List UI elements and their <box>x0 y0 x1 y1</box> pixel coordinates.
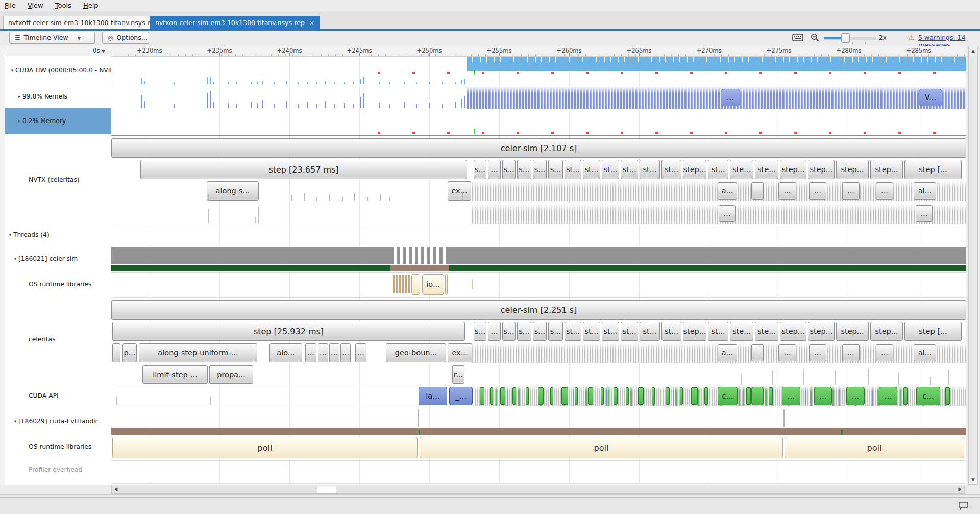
nvtx-celeritas-range-celer-sim[interactable]: celer-sim [2.251 s] <box>111 300 966 320</box>
menu-tools[interactable]: Tools <box>51 0 76 10</box>
feedback-bubble-icon[interactable] <box>958 501 969 512</box>
nvtx-celeritas-range-along[interactable]: ... <box>876 344 893 361</box>
sidebar-row-threads-4[interactable]: ▾Threads (4) <box>5 229 111 240</box>
cuda-api-green-call[interactable] <box>588 387 593 405</box>
nvtx-hw-range-along[interactable]: ex... <box>448 181 471 201</box>
nvtx-celeritas-range-step-small[interactable]: s... <box>533 322 547 341</box>
menu-file[interactable]: File <box>0 0 20 10</box>
nvtx-celeritas-range-step-small[interactable]: s... <box>502 322 516 341</box>
nvtx-hw-range-step[interactable]: step [23.657 ms] <box>140 160 467 179</box>
nvtx-celeritas-range-step-small[interactable]: st... <box>602 322 619 341</box>
nvtx-celeritas-range-step-small[interactable]: ste... <box>730 322 753 341</box>
cuda-api-green-call[interactable] <box>575 387 578 405</box>
nvtx-hw-range-step-small[interactable]: ste... <box>755 160 778 179</box>
os-runtime-range-box[interactable]: io... <box>422 274 444 295</box>
tab-nvtxoff-report[interactable]: nvtxoff-celer-sim-em3-10k1300-titanv.nsy… <box>3 16 173 29</box>
zoom-out-icon[interactable] <box>811 33 819 44</box>
nvtx-hw-range-step-small[interactable]: s... <box>533 160 547 179</box>
cuda-api-green-call[interactable] <box>626 387 629 405</box>
nvtx-hw-range-step-small[interactable]: step... <box>808 160 835 179</box>
nvtx-celeritas-range-step-small[interactable]: step... <box>683 322 706 341</box>
tree-arrow-icon[interactable]: ▸ <box>16 94 22 99</box>
cuda-api-green-call[interactable] <box>538 387 544 405</box>
sidebar-row-186021-celer-sim[interactable]: ▾[186021] celer-sim <box>5 253 111 264</box>
kernel-range-box[interactable]: V... <box>919 89 942 106</box>
nvtx-celeritas-range-along[interactable]: al... <box>914 344 936 361</box>
poll-range-box[interactable]: poll <box>112 437 418 458</box>
nvtx-celeritas-range-along[interactable]: ... <box>778 344 796 361</box>
os-runtime-call-bar[interactable] <box>393 275 395 293</box>
cuda-api-sync-box[interactable]: ... <box>846 387 865 405</box>
nvtx-hw-range-step-small[interactable]: ... <box>488 160 501 179</box>
zoom-slider-handle[interactable] <box>841 33 850 43</box>
cuda-api-green-call[interactable] <box>480 387 484 405</box>
sidebar-row-os-runtime-libraries[interactable]: OS runtime libraries <box>5 441 111 452</box>
os-runtime-range-box[interactable] <box>411 274 420 295</box>
nvtx-celeritas-range-sub[interactable]: propa... <box>209 365 253 384</box>
scroll-up-icon[interactable]: ▲ <box>969 46 977 55</box>
sidebar-row-cuda-hw-0000-05-00-0-nvidia[interactable]: ▾CUDA HW (0000:05:00.0 - NVIDIA <box>5 65 111 76</box>
keyboard-shortcuts-icon[interactable] <box>792 34 803 43</box>
nvtx-celeritas-range-along[interactable] <box>751 344 764 361</box>
nvtx-hw-range-celer-sim[interactable]: celer-sim [2.107 s] <box>111 138 966 158</box>
cuda-api-green-call[interactable] <box>746 387 751 405</box>
cuda-api-sync-box[interactable]: ... <box>879 387 897 405</box>
cuda-api-green-call[interactable] <box>500 387 505 405</box>
tree-arrow-icon[interactable]: ▾ <box>12 256 18 261</box>
cuda-api-green-call[interactable] <box>704 387 708 405</box>
nvtx-hw-range-step-small[interactable]: st... <box>621 160 638 179</box>
cuda-api-green-call[interactable] <box>601 387 604 405</box>
scroll-left-icon[interactable]: ◀ <box>112 485 120 493</box>
tree-arrow-icon[interactable]: ▾ <box>9 68 15 73</box>
menu-view[interactable]: View <box>23 0 48 10</box>
nvtx-hw-range-along[interactable]: ... <box>842 182 860 200</box>
view-selector-dropdown[interactable]: ☰Timeline View▼ <box>9 32 95 44</box>
nvtx-hw-range-step-small[interactable]: st... <box>662 160 681 179</box>
cuda-api-sync-box[interactable]: ... <box>782 387 800 405</box>
nvtx-hw-range-step-small[interactable]: ste... <box>730 160 753 179</box>
cuda-api-green-call[interactable] <box>691 387 698 405</box>
cuda-api-green-call[interactable] <box>638 387 644 405</box>
nvtx-hw-range-step-small[interactable]: st... <box>602 160 619 179</box>
nvtx-hw-range-step-small[interactable]: step... <box>836 160 869 179</box>
nvtx-celeritas-range-along[interactable]: ... <box>305 343 316 362</box>
nvtx-celeritas-range-step-small[interactable]: ste... <box>755 322 778 341</box>
sidebar-row-nvtx-celeritas[interactable]: NVTX (celeritas) <box>5 174 111 185</box>
sidebar-row-99-8-kernels[interactable]: ▸99.8% Kernels <box>5 91 111 102</box>
nvtx-celeritas-range-along[interactable]: p... <box>122 343 137 362</box>
vertical-scrollbar[interactable]: ▲ ▼ <box>968 46 978 485</box>
cuda-api-green-call[interactable] <box>512 387 516 405</box>
menu-help[interactable]: Help <box>79 0 103 10</box>
nvtx-celeritas-range-along[interactable]: ... <box>809 344 826 361</box>
nvtx-celeritas-range-step-small[interactable]: st... <box>583 322 600 341</box>
nvtx-celeritas-range-step-small[interactable]: s... <box>517 322 531 341</box>
cuda-api-green-call[interactable] <box>903 387 908 405</box>
tree-arrow-icon[interactable]: ▾ <box>7 232 13 237</box>
poll-range-box[interactable]: poll <box>420 437 783 458</box>
cuda-api-sync-box[interactable]: c... <box>916 387 940 405</box>
nvtx-celeritas-range-step-small[interactable]: ... <box>488 322 501 341</box>
sidebar-row-cuda-api[interactable]: CUDA API <box>5 390 111 401</box>
poll-range-box[interactable]: poll <box>785 437 964 458</box>
nvtx-hw-range-along[interactable]: al... <box>914 182 936 200</box>
nvtx-celeritas-range-step-small[interactable]: step... <box>836 322 869 341</box>
nvtx-celeritas-range-step-small[interactable]: st... <box>565 322 581 341</box>
nvtx-hw-range-step-small[interactable]: step [... <box>904 160 962 179</box>
sidebar-row-186029-cuda-evthandlr[interactable]: ▾[186029] cuda-EvtHandlr <box>5 415 111 427</box>
nvtx-celeritas-range-along[interactable]: alo... <box>270 343 302 362</box>
nvtx-hw-range-step-small[interactable]: s... <box>517 160 531 179</box>
nvtx-celeritas-range-step-small[interactable]: s... <box>474 322 486 341</box>
sidebar-row-celeritas[interactable]: celeritas <box>5 334 111 345</box>
nvtx-hw-range-along[interactable]: ... <box>876 182 893 200</box>
cuda-api-green-call[interactable] <box>526 387 529 405</box>
nvtx-celeritas-range-along[interactable]: ... <box>329 343 339 362</box>
nvtx-hw-range-sub[interactable]: ... <box>719 205 736 222</box>
tree-arrow-icon[interactable]: ▸ <box>16 118 22 124</box>
nvtx-celeritas-range-along[interactable]: along-step-uniform-... <box>139 343 257 362</box>
nvtx-hw-range-along[interactable]: ... <box>778 182 796 200</box>
cuda-api-green-call[interactable] <box>614 387 618 405</box>
nvtx-hw-range-step-small[interactable]: st... <box>583 160 600 179</box>
nvtx-hw-range-sub[interactable]: ... <box>916 205 933 222</box>
cuda-api-green-call[interactable] <box>945 387 950 405</box>
cuda-api-launch-box[interactable]: _... <box>449 387 473 405</box>
